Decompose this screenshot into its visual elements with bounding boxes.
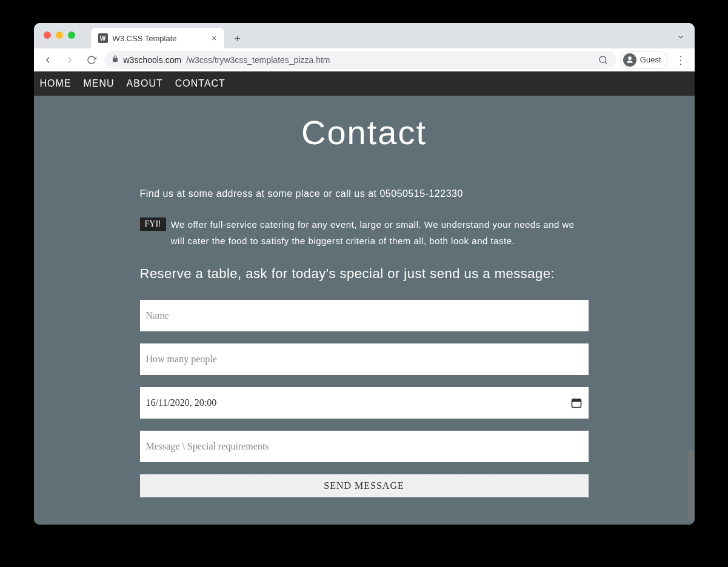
fyi-text: We offer full-service catering for any e… [171,216,589,249]
tab-strip: W W3.CSS Template × + [34,23,695,48]
contact-section: Contact Find us at some address at some … [140,96,589,525]
svg-rect-3 [572,399,581,402]
reload-button[interactable] [82,51,101,69]
url-path: /w3css/tryw3css_templates_pizza.htm [186,55,330,65]
svg-point-0 [599,56,606,63]
zoom-icon[interactable] [597,54,609,66]
name-input[interactable] [140,300,589,331]
message-input[interactable] [140,431,589,462]
datetime-input[interactable]: 16/11/2020, 20:00 [140,387,589,419]
url-host: w3schools.com [124,55,182,65]
send-message-button[interactable]: SEND MESSAGE [140,474,589,497]
browser-tab[interactable]: W W3.CSS Template × [91,28,224,48]
calendar-icon [570,397,583,409]
back-button[interactable] [39,51,57,69]
reserve-heading: Reserve a table, ask for today's special… [140,266,589,282]
nav-about[interactable]: ABOUT [127,78,163,89]
nav-menu[interactable]: MENU [84,78,115,89]
address-bar[interactable]: w3schools.com/w3css/tryw3css_templates_p… [104,51,616,69]
tab-list-chevron-icon[interactable] [676,33,685,44]
page-title: Contact [140,113,589,152]
nav-contact[interactable]: CONTACT [175,78,225,89]
new-tab-button[interactable]: + [229,30,246,47]
browser-toolbar: w3schools.com/w3css/tryw3css_templates_p… [34,48,695,71]
tab-title: W3.CSS Template [113,34,177,43]
fyi-tag: FYI! [140,217,166,231]
page-content: HOME MENU ABOUT CONTACT Contact Find us … [34,71,695,525]
profile-label: Guest [640,55,661,64]
lock-icon [112,55,119,64]
svg-line-1 [605,62,607,64]
maximize-window-button[interactable] [68,31,75,39]
datetime-value: 16/11/2020, 20:00 [146,397,217,408]
people-input[interactable] [140,343,589,375]
profile-chip[interactable]: Guest [620,51,668,69]
avatar-icon [623,53,636,67]
site-nav: HOME MENU ABOUT CONTACT [34,71,695,96]
forward-button[interactable] [61,51,79,69]
contact-intro: Find us at some address at some place or… [140,188,589,199]
close-tab-button[interactable]: × [212,33,216,43]
fyi-block: FYI! We offer full-service catering for … [140,216,589,249]
page-viewport: HOME MENU ABOUT CONTACT Contact Find us … [34,71,695,525]
window-controls [44,31,75,39]
minimize-window-button[interactable] [56,31,63,39]
close-window-button[interactable] [44,31,51,39]
browser-window: W W3.CSS Template × + w3schools.com/w3cs… [34,23,695,525]
nav-home[interactable]: HOME [40,78,72,89]
tab-favicon: W [98,33,108,43]
browser-menu-button[interactable]: ⋮ [672,51,690,69]
scrollbar-thumb[interactable] [688,449,694,522]
